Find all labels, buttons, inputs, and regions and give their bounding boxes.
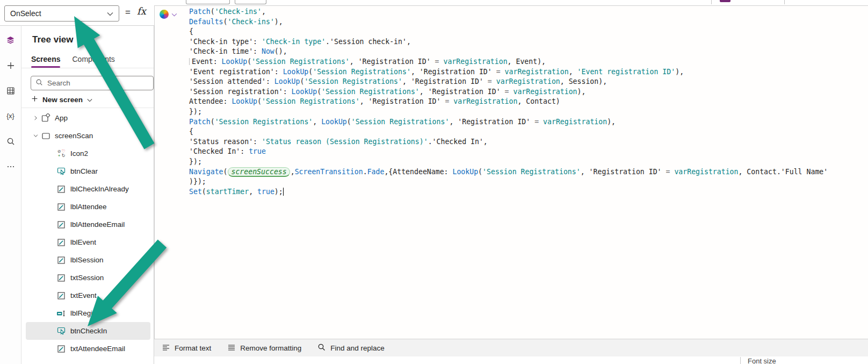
tree-item-label: lblAttendeeEmail: [70, 220, 125, 229]
toolbar-fragment-box: [186, 0, 230, 4]
search-icon: [35, 78, 43, 88]
code-line: Navigate(screenSuccess,ScreenTransition.…: [189, 167, 866, 177]
tree-item-btnClear[interactable]: btnClear: [26, 162, 150, 180]
code-line: Attendee: LookUp('Session Registrations'…: [189, 97, 866, 107]
new-screen-button[interactable]: New screen: [31, 95, 92, 104]
label-icon: [56, 344, 66, 353]
rail-search-icon[interactable]: [0, 129, 21, 154]
remove-formatting-icon: [227, 343, 236, 353]
code-line: 'Session registration': LookUp('Session …: [189, 87, 866, 97]
left-navigation-rail: {x}: [0, 25, 21, 364]
tree-item-lblEvent[interactable]: lblEvent: [26, 233, 150, 251]
tab-screens[interactable]: Screens: [31, 50, 60, 68]
code-line: Set(startTimer, true);: [189, 187, 866, 197]
toolbar-fragment-divider: [711, 0, 712, 4]
rail-add-icon[interactable]: [0, 53, 21, 78]
rail-variables-icon[interactable]: {x}: [0, 103, 21, 129]
toolbar-fragment-box: [235, 0, 266, 4]
tree-item-label: screenScan: [55, 132, 93, 140]
fx-icon: fx: [137, 5, 146, 17]
text-cursor: [283, 188, 284, 196]
formula-bar-toolbar: Format textRemove formattingFind and rep…: [154, 339, 868, 356]
navigation-target-pill[interactable]: screenSuccess: [228, 167, 290, 177]
remove-formatting-button[interactable]: Remove formatting: [227, 343, 301, 353]
icons-control-icon: ⊘♡+↻: [56, 149, 66, 158]
tree-item-lblAttendeeEmail[interactable]: lblAttendeeEmail: [26, 216, 150, 233]
code-line: });: [189, 107, 866, 117]
find-and-replace-button[interactable]: Find and replace: [317, 343, 385, 353]
code-line: 'Checked In': true: [189, 147, 866, 157]
label-icon: [56, 273, 66, 282]
formula-code: Patch('Check-ins',Defaults('Check-ins'),…: [189, 7, 866, 197]
tree-item-btnCheckIn[interactable]: btnCheckIn: [26, 322, 150, 340]
tree-item-label: btnCheckIn: [70, 327, 107, 335]
tree-search-box[interactable]: [31, 76, 154, 90]
tree-item-label: btnClear: [70, 167, 98, 175]
tree-item-lblCheckInAlready[interactable]: lblCheckInAlready: [26, 180, 150, 198]
tree-item-lblAttendee[interactable]: lblAttendee: [26, 198, 150, 216]
chevron-down-icon: [87, 95, 92, 104]
property-selector-dropdown[interactable]: OnSelect: [4, 5, 119, 22]
rail-more-icon[interactable]: [0, 154, 21, 179]
copilot-icon[interactable]: [160, 10, 169, 19]
equals-sign: =: [125, 7, 131, 18]
tree-item-label: lblEvent: [70, 238, 96, 246]
tree-view-tabs: Screens Components: [21, 50, 154, 68]
new-screen-label: New screen: [42, 96, 83, 104]
tree-item-screenScan[interactable]: screenScan: [26, 127, 150, 145]
chevron-right-icon[interactable]: [30, 114, 41, 122]
code-line: Defaults('Check-ins'),: [189, 17, 866, 27]
code-line: Patch('Check-ins',: [189, 7, 866, 17]
tree-item-lblSession[interactable]: lblSession: [26, 251, 150, 269]
divider: [740, 357, 741, 364]
font-size-label: Font size: [748, 357, 776, 364]
tree-item-App[interactable]: App: [26, 109, 150, 127]
label-icon: [56, 238, 66, 247]
code-line: {: [189, 127, 866, 137]
tree-item-label: lblSession: [70, 256, 104, 264]
code-line: });: [189, 157, 866, 167]
code-line: Event: LookUp('Session Registrations', '…: [189, 57, 866, 67]
code-line: )});: [189, 177, 866, 187]
tree-item-lblRegistrati[interactable]: lblRegistrati: [26, 304, 150, 322]
toolbar-item-label: Find and replace: [330, 344, 385, 352]
tree-item-txtSession[interactable]: txtSession: [26, 269, 150, 287]
chevron-down-icon[interactable]: [30, 133, 41, 139]
tree-item-label: lblCheckInAlready: [70, 185, 129, 193]
label-icon: [56, 291, 66, 300]
tree-item-txtEvent[interactable]: txtEvent: [26, 287, 150, 304]
tree-item-txtAttendeeEmail[interactable]: txtAttendeeEmail: [26, 340, 150, 358]
label-icon: [56, 220, 66, 229]
code-line: 'Event registration': LookUp('Session Re…: [189, 67, 866, 77]
tree-item-label: txtEvent: [70, 291, 97, 299]
rail-data-icon[interactable]: [0, 78, 21, 103]
label-icon: [56, 202, 66, 211]
tree-item-label: Icon2: [70, 149, 88, 158]
search-input[interactable]: [46, 78, 149, 88]
code-line: {: [189, 27, 866, 37]
tree-item-label: txtSession: [70, 274, 104, 282]
tree-item-label: lblRegistrati: [70, 309, 108, 317]
app-icon: [41, 113, 50, 123]
code-line: 'Status reason': 'Status reason (Session…: [189, 137, 866, 147]
tree-item-list: AppscreenScan⊘♡+↻Icon2btnClearlblCheckIn…: [26, 109, 150, 364]
toolbar-item-label: Remove formatting: [240, 344, 301, 352]
tree-item-label: txtAttendeeEmail: [70, 345, 125, 353]
toolbar-fragment-divider: [784, 0, 785, 4]
divider: [21, 108, 154, 108]
text-input-icon: [56, 309, 66, 318]
toolbar-item-label: Format text: [175, 344, 211, 352]
code-line: Patch('Session Registrations', LookUp('S…: [189, 117, 866, 127]
formula-editor[interactable]: Patch('Check-ins',Defaults('Check-ins'),…: [154, 5, 868, 339]
copilot-chevron-down-icon[interactable]: [171, 9, 177, 19]
format-text-icon: [162, 343, 170, 353]
screen-icon: [41, 131, 50, 140]
code-line: 'Check-in type': 'Check-in type'.'Sessio…: [189, 37, 866, 47]
code-line: 'Check-in time': Now(),: [189, 47, 866, 57]
tree-item-Icon2[interactable]: ⊘♡+↻Icon2: [26, 145, 150, 162]
tree-item-label: App: [55, 114, 68, 122]
label-icon: [56, 255, 66, 265]
tab-components[interactable]: Components: [72, 50, 114, 68]
rail-layers-icon[interactable]: [0, 27, 21, 53]
format-text-button[interactable]: Format text: [162, 343, 211, 353]
